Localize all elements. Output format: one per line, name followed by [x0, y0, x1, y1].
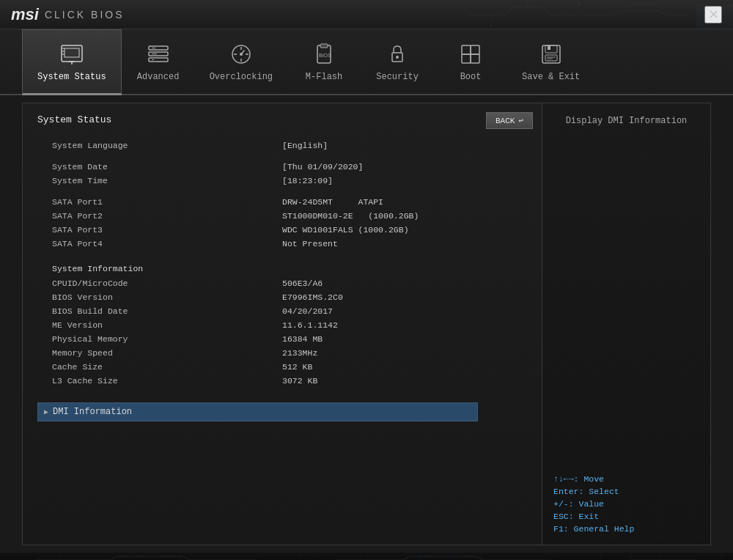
key-value: +/-: Value: [553, 499, 699, 509]
table-row: ME Version 11.6.1.1142: [37, 318, 527, 332]
table-row: BIOS Version E7996IMS.2C0: [37, 290, 527, 304]
field-value: 506E3/A6: [282, 276, 527, 290]
svg-rect-11: [149, 52, 168, 56]
system-status-icon: [59, 41, 85, 67]
field-label: SATA Port4: [37, 237, 282, 251]
table-row: SATA Port4 Not Present: [37, 237, 527, 251]
table-row: Cache Size 512 KB: [37, 360, 527, 374]
key-help: F1: General Help: [553, 524, 699, 534]
tab-security-label: Security: [376, 72, 419, 82]
group-header-label: System Information: [37, 258, 527, 276]
field-label: System Date: [37, 160, 282, 174]
field-value: Not Present: [282, 237, 527, 251]
field-value: DRW-24D5MT ATAPI: [282, 195, 527, 209]
field-label: Memory Speed: [37, 346, 282, 360]
main-content: BACK ↩ System Status System Language [En…: [22, 103, 711, 545]
left-panel: BACK ↩ System Status System Language [En…: [22, 103, 542, 545]
field-value: 11.6.1.1142: [282, 318, 527, 332]
field-label: System Time: [37, 174, 282, 188]
key-exit: ESC: Exit: [553, 512, 699, 521]
bottom-circuit: [37, 553, 696, 560]
svg-rect-23: [462, 45, 471, 54]
field-label: SATA Port1: [37, 195, 282, 209]
svg-point-1: [526, 0, 529, 1]
svg-point-17: [240, 53, 243, 56]
spacer-row: [37, 188, 527, 195]
field-value: 512 KB: [282, 360, 527, 374]
tab-advanced-label: Advanced: [137, 72, 180, 82]
field-label: Cache Size: [37, 360, 282, 374]
help-text: Display DMI Information: [553, 114, 699, 128]
svg-rect-25: [462, 54, 471, 63]
boot-icon: [457, 41, 484, 67]
right-panel: Display DMI Information ↑↓←→: Move Enter…: [542, 103, 711, 545]
tab-system-status-label: System Status: [37, 72, 106, 82]
section-title: System Status: [37, 114, 527, 125]
svg-point-0: [490, 24, 493, 27]
field-value: [Thu 01/09/2020]: [282, 160, 527, 174]
svg-rect-26: [471, 54, 479, 63]
dmi-information-row[interactable]: ▶ DMI Information: [37, 402, 478, 421]
group-header-row: System Information: [37, 258, 527, 276]
table-row: Physical Memory 16384 MB: [37, 332, 527, 346]
table-row: SATA Port3 WDC WD1001FALS (1000.2GB): [37, 223, 527, 237]
key-guide: ↑↓←→: Move Enter: Select +/-: Value ESC:…: [553, 474, 699, 534]
field-value: [English]: [282, 139, 527, 152]
tab-boot[interactable]: Boot: [434, 29, 507, 95]
info-table: System Language [English] System Date [T…: [37, 139, 527, 388]
field-label: SATA Port2: [37, 209, 282, 223]
security-icon: [384, 41, 410, 67]
table-row: Memory Speed 2133MHz: [37, 346, 527, 360]
table-row: System Language [English]: [37, 139, 527, 152]
field-label: SATA Port3: [37, 223, 282, 237]
table-row: System Time [18:23:09]: [37, 174, 527, 188]
logo: msi CLICK BIOS: [11, 5, 125, 24]
tab-save-exit-label: Save & Exit: [522, 72, 580, 82]
overclocking-icon: [228, 41, 254, 67]
dmi-label: DMI Information: [53, 407, 132, 417]
tab-overclocking-label: Overclocking: [210, 72, 273, 82]
spacer-row: [37, 152, 527, 160]
svg-rect-12: [149, 58, 168, 62]
field-label: L3 Cache Size: [37, 374, 282, 388]
svg-rect-24: [471, 45, 479, 54]
tab-security[interactable]: Security: [361, 29, 434, 95]
field-value: 04/20/2017: [282, 304, 527, 318]
tab-overclocking[interactable]: Overclocking: [195, 29, 287, 95]
tab-advanced[interactable]: Advanced: [122, 29, 195, 95]
table-row: CPUID/MicroCode 506E3/A6: [37, 276, 527, 290]
nav-tabs: System Status Advanced: [0, 29, 733, 95]
field-label: BIOS Version: [37, 290, 282, 304]
svg-rect-4: [65, 48, 79, 57]
field-value: 16384 MB: [282, 332, 527, 346]
field-value: WDC WD1001FALS (1000.2GB): [282, 223, 527, 237]
svg-rect-10: [149, 46, 168, 50]
back-button[interactable]: BACK ↩: [486, 112, 533, 129]
advanced-icon: [145, 41, 172, 67]
key-move: ↑↓←→: Move: [553, 474, 699, 484]
field-value: 3072 KB: [282, 374, 527, 388]
circuit-decoration: [469, 0, 689, 29]
close-button[interactable]: ✕: [704, 6, 722, 23]
field-label: Physical Memory: [37, 332, 282, 346]
m-flash-icon: BIOS: [311, 41, 337, 67]
table-row: System Date [Thu 01/09/2020]: [37, 160, 527, 174]
field-value: [18:23:09]: [282, 174, 527, 188]
svg-rect-19: [320, 44, 328, 48]
field-label: System Language: [37, 139, 282, 152]
field-value: ST1000DM010-2E (1000.2GB): [282, 209, 527, 223]
tab-save-exit[interactable]: Save & Exit: [507, 29, 594, 95]
svg-rect-30: [545, 55, 557, 61]
tab-system-status[interactable]: System Status: [22, 29, 122, 95]
tab-m-flash[interactable]: BIOS M-Flash: [287, 29, 361, 95]
title-bar: msi CLICK BIOS ✕: [0, 0, 733, 29]
key-select: Enter: Select: [553, 487, 699, 496]
field-label: CPUID/MicroCode: [37, 276, 282, 290]
svg-point-2: [578, 2, 581, 5]
field-value: E7996IMS.2C0: [282, 290, 527, 304]
svg-point-22: [396, 56, 399, 59]
tab-m-flash-label: M-Flash: [306, 72, 342, 82]
svg-rect-28: [545, 45, 557, 53]
table-row: SATA Port2 ST1000DM010-2E (1000.2GB): [37, 209, 527, 223]
logo-subtitle: CLICK BIOS: [45, 9, 125, 21]
